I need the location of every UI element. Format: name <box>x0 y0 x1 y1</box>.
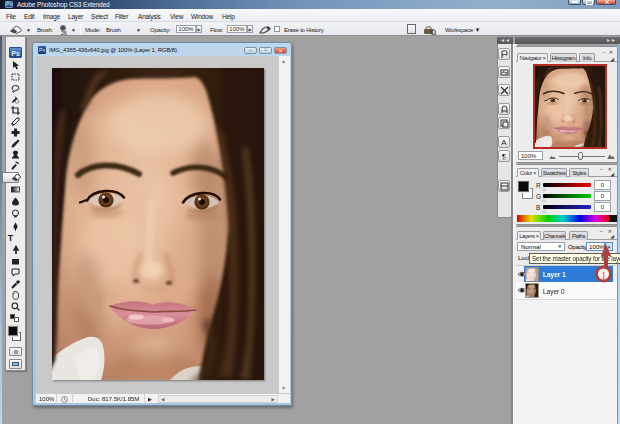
svg-text:1: 1 <box>601 270 606 281</box>
